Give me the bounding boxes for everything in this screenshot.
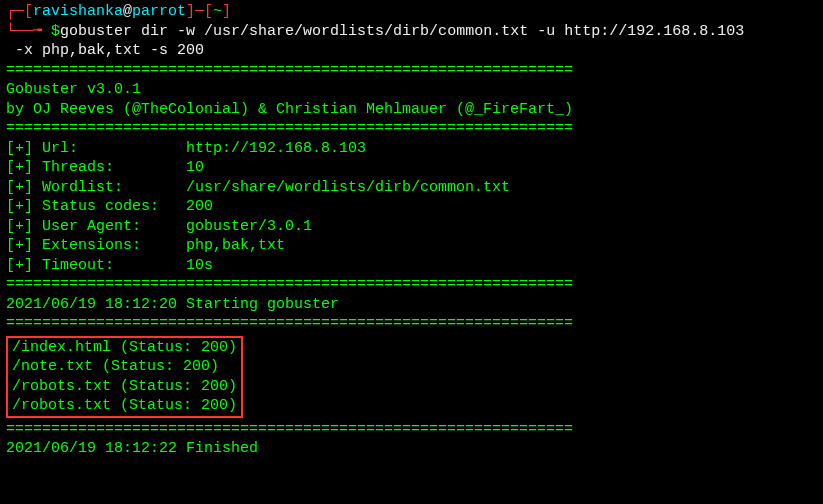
setting-row-threads: [+] Threads: 10 — [6, 158, 817, 178]
result-row: /note.txt (Status: 200) — [12, 357, 237, 377]
setting-label: [+] Status codes: — [6, 198, 186, 215]
setting-label: [+] Extensions: — [6, 237, 186, 254]
divider-3: ========================================… — [6, 275, 817, 295]
setting-row-wordlist: [+] Wordlist: /usr/share/wordlists/dirb/… — [6, 178, 817, 198]
setting-value: 200 — [186, 198, 213, 215]
setting-row-extensions: [+] Extensions: php,bak,txt — [6, 236, 817, 256]
divider-2: ========================================… — [6, 119, 817, 139]
prompt-path: ~ — [213, 3, 222, 20]
setting-row-status: [+] Status codes: 200 — [6, 197, 817, 217]
command-text: gobuster dir -w /usr/share/wordlists/dir… — [60, 23, 744, 40]
setting-value: gobuster/3.0.1 — [186, 218, 312, 235]
result-row: /robots.txt (Status: 200) — [12, 377, 237, 397]
bracket-end: ] — [222, 3, 231, 20]
setting-row-useragent: [+] User Agent: gobuster/3.0.1 — [6, 217, 817, 237]
gobuster-byline: by OJ Reeves (@TheColonial) & Christian … — [6, 100, 817, 120]
setting-label: [+] User Agent: — [6, 218, 186, 235]
start-line: 2021/06/19 18:12:20 Starting gobuster — [6, 295, 817, 315]
prompt-line-1: ┌─[ravishanka@parrot]─[~] — [6, 2, 817, 22]
setting-value: /usr/share/wordlists/dirb/common.txt — [186, 179, 510, 196]
prompt-line-2: └──╼ $gobuster dir -w /usr/share/wordlis… — [6, 22, 817, 42]
setting-label: [+] Wordlist: — [6, 179, 186, 196]
command-continuation: -x php,bak,txt -s 200 — [6, 41, 817, 61]
setting-value: http://192.168.8.103 — [186, 140, 366, 157]
prompt-dollar: $ — [51, 23, 60, 40]
gobuster-title: Gobuster v3.0.1 — [6, 80, 817, 100]
divider-5: ========================================… — [6, 420, 817, 440]
bracket-close: ]─[ — [186, 3, 213, 20]
setting-value: 10 — [186, 159, 204, 176]
setting-value: 10s — [186, 257, 213, 274]
setting-label: [+] Timeout: — [6, 257, 186, 274]
result-row: /robots.txt (Status: 200) — [12, 396, 237, 416]
setting-row-timeout: [+] Timeout: 10s — [6, 256, 817, 276]
setting-label: [+] Url: — [6, 140, 186, 157]
prompt-user: ravishanka — [33, 3, 123, 20]
result-row: /index.html (Status: 200) — [12, 338, 237, 358]
setting-row-url: [+] Url: http://192.168.8.103 — [6, 139, 817, 159]
setting-value: php,bak,txt — [186, 237, 285, 254]
divider-1: ========================================… — [6, 61, 817, 81]
setting-label: [+] Threads: — [6, 159, 186, 176]
finish-line: 2021/06/19 18:12:22 Finished — [6, 439, 817, 459]
terminal-window[interactable]: ┌─[ravishanka@parrot]─[~] └──╼ $gobuster… — [0, 0, 823, 461]
results-highlight-box: /index.html (Status: 200) /note.txt (Sta… — [6, 336, 243, 418]
prompt-arrow: └──╼ — [6, 23, 51, 40]
prompt-host: parrot — [132, 3, 186, 20]
divider-4: ========================================… — [6, 314, 817, 334]
bracket-open: ┌─[ — [6, 3, 33, 20]
prompt-at: @ — [123, 3, 132, 20]
